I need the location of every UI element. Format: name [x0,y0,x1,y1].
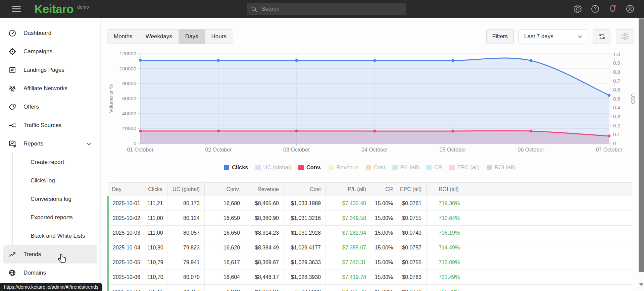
legend-item-cr[interactable]: CR [426,164,442,171]
sidebar-item-label: Domains [23,270,46,276]
legend-item-uc-global[interactable]: UC (global) [255,164,291,171]
sidebar-item-domains[interactable]: Domains [0,264,100,282]
cell-revenue: $8,448.17 [245,270,284,285]
svg-text:02 October: 02 October [205,147,232,153]
tab-months[interactable]: Months [107,30,139,44]
sidebar-item-traffic-sources[interactable]: Traffic Sources [0,116,100,134]
svg-text:0: 0 [613,140,616,146]
sidebar-item-campaigns[interactable]: Campaigns [0,42,100,61]
table-row-2025-10-02[interactable]: 2025-10-02111,0080,12416,650$8,380.90$1,… [108,211,632,226]
legend-item-p-l-all[interactable]: P/L (all) [392,164,419,171]
table-row-2025-10-04[interactable]: 2025-10-04110,8079,82316,620$8,384.49$1,… [108,240,632,255]
cell-day: 2025-10-02 [108,211,147,226]
legend-item-revenue[interactable]: Revenue [329,164,359,171]
account-icon[interactable] [626,4,635,13]
sidebar-item-label: Landings Pages [23,67,64,73]
table-row-2025-10-03[interactable]: 2025-10-03111,0080,05716,650$8,314.23$1,… [108,226,632,240]
tab-weekdays[interactable]: Weekdays [139,30,179,44]
notifications-bell-icon[interactable] [608,4,617,13]
svg-text:01 October: 01 October [127,147,154,153]
legend-swatch [487,165,492,170]
scroll-down-arrow-icon[interactable] [639,283,644,286]
date-range-value: Last 7 days [524,33,553,40]
global-search[interactable] [247,3,406,15]
sidebar-subitem-exported-reports[interactable]: Exported reports [0,208,100,227]
help-icon[interactable] [591,4,600,13]
sidebar-item-label: Create report [31,159,64,166]
cell-conv: 16,617 [205,255,245,270]
cell-conv: 9,943 [205,285,245,291]
main-content: MonthsWeekdaysDaysHours Filters Last 7 d… [101,18,638,291]
svg-text:0.1: 0.1 [613,131,620,137]
sidebar-item-reports[interactable]: Reports [0,134,100,153]
cell-epc-all: $0.0761 [398,196,427,211]
cell-clicks: 110,70 [147,270,167,285]
tab-hours[interactable]: Hours [205,30,233,44]
svg-text:04 October: 04 October [361,147,388,153]
sidebar-item-offers[interactable]: $Offers [0,98,100,116]
legend-label: Cost [374,164,385,171]
tag-icon: $ [8,103,16,111]
table-row-2025-10-01[interactable]: 2025-10-01111,2180,17316,680$8,465.60$1,… [108,196,632,211]
table-row-2025-10-05[interactable]: 2025-10-05110,7979,94116,617$8,369.67$1,… [108,255,632,270]
column-header-revenue[interactable]: Revenue [245,183,284,196]
sidebar-item-trends[interactable]: Trends [3,245,97,264]
topbar-actions [573,0,635,18]
column-header-roi-all[interactable]: ROI (all) [427,183,632,196]
svg-text:1.0: 1.0 [613,51,620,57]
brand-logo[interactable]: Keitaro [34,2,73,16]
sidebar-subitem-clicks-log[interactable]: Clicks log [0,171,100,190]
cell-uc-global: 80,057 [167,226,205,240]
cell-roi-all: 756.70% [427,285,632,291]
sidebar-subitem-conversions-log[interactable]: Conversions log [0,190,100,208]
cell-epc-all: $0.0755 [398,255,427,270]
sidebar-item-landings-pages[interactable]: Landings Pages [0,61,100,79]
cell-cost: $1,029.3633 [284,255,326,270]
scrollbar-thumb[interactable] [639,18,644,272]
column-header-day[interactable]: Day [108,183,147,196]
svg-text:Volume or %: Volume or % [108,84,114,113]
vertical-scrollbar[interactable] [638,18,644,291]
table-row-2025-10-06[interactable]: 2025-10-06110,7080,07016,604$8,448.17$1,… [108,270,632,285]
legend-label: Clicks [232,164,248,171]
chart-settings-button[interactable] [616,29,634,44]
column-header-p-l-all[interactable]: P/L (all) [326,183,371,196]
column-header-epc-all[interactable]: EPC (all) [398,183,427,196]
menu-toggle-icon[interactable] [12,6,21,12]
svg-text:0.4: 0.4 [613,105,620,110]
legend-label: CR [434,164,442,171]
legend-item-conv[interactable]: Conv. [298,164,321,171]
settings-gear-icon[interactable] [573,4,582,13]
table-row-2025-10-07[interactable]: 2025-10-0764,4044,4579,943$4,963.34$527.… [108,285,632,291]
cell-day: 2025-10-01 [108,196,147,211]
sidebar: DashboardCampaignsLandings PagesAffiliat… [0,18,101,291]
cell-clicks: 110,79 [147,255,167,270]
sidebar-item-dashboard[interactable]: Dashboard [0,24,100,42]
legend-item-cost[interactable]: Cost [366,164,385,171]
column-header-cost[interactable]: Cost [284,183,326,196]
cell-epc-all: $0.0755 [398,211,427,226]
legend-item-epc-all[interactable]: EPC (all) [449,164,480,171]
tab-days[interactable]: Days [179,30,205,44]
column-header-conv[interactable]: Conv. [205,183,245,196]
sidebar-item-affiliate-networks[interactable]: Affiliate Networks [0,79,100,98]
cell-revenue: $4,963.34 [245,285,284,291]
env-badge: demo [77,4,89,10]
search-input[interactable] [261,6,402,12]
filters-button[interactable]: Filters [486,29,514,44]
date-range-select[interactable]: Last 7 days [518,29,588,44]
cell-p-l-all: $7,349.58 [326,211,371,226]
column-header-cr[interactable]: CR [371,183,398,196]
sidebar-item-label: Reports [23,140,44,147]
sidebar-subitem-black-and-white-lists[interactable]: Black and White Lists [0,227,100,245]
column-header-uc-global[interactable]: UC (global) [167,183,205,196]
column-header-clicks[interactable]: Clicks [147,183,167,196]
cell-revenue: $8,384.49 [245,240,284,255]
legend-item-clicks[interactable]: Clicks [224,164,248,171]
refresh-button[interactable] [593,29,611,44]
sidebar-subitem-create-report[interactable]: Create report [0,153,100,171]
cell-roi-all: 714.49% [427,240,632,255]
legend-item-roi-all[interactable]: ROI (all) [487,164,515,171]
gear-icon [622,33,629,40]
sidebar-item-label: Affiliate Networks [23,85,67,92]
